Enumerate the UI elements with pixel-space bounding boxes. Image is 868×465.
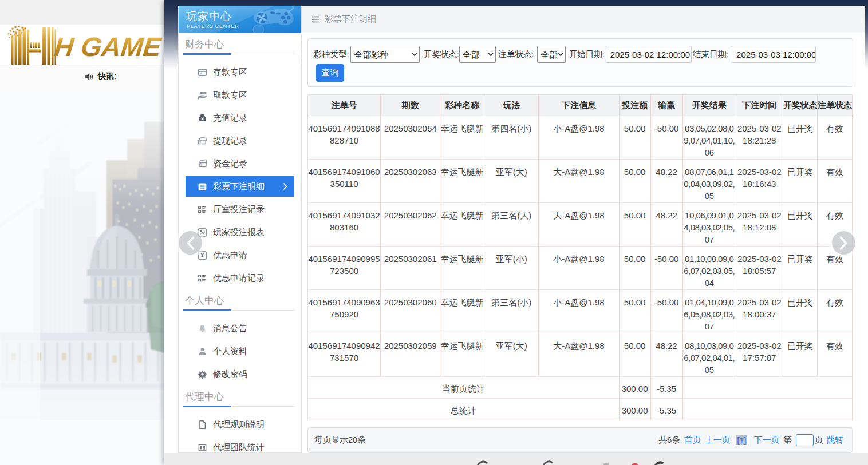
lottery-type-label: 彩种类型: <box>313 49 349 60</box>
page-size-text: 每页显示20条 <box>314 435 366 446</box>
bet-cell: 第四名(小) <box>484 116 539 160</box>
sidebar-item[interactable]: 取款专区 <box>186 84 294 106</box>
bet-cell: 幸运飞艇新 <box>440 160 484 203</box>
footer-logos-partial <box>164 453 868 465</box>
svg-text:H GAME: H GAME <box>53 31 163 62</box>
bet-cell: 第三名(大) <box>484 203 539 247</box>
column-header: 期数 <box>381 95 440 116</box>
bet-cell: 401569174090963 750920 <box>308 290 381 333</box>
sidebar-item[interactable]: 提现记录 <box>186 129 294 152</box>
sidebar-item[interactable]: 厅室投注记录 <box>186 198 294 221</box>
background-photo <box>0 89 164 465</box>
sidebar-item[interactable]: ¥充值记录 <box>186 106 294 129</box>
sidebar-item[interactable]: ¥资金记录 <box>186 152 294 175</box>
bet-cell: 第三名(小) <box>484 290 539 333</box>
bet-cell: 2025-03-02 18:21:28 <box>736 116 783 160</box>
bet-cell: 10,06,09,01,0 4,08,03,02,05, 07 <box>682 203 736 247</box>
carousel-next-button[interactable] <box>832 231 855 255</box>
start-date-input[interactable] <box>605 46 692 63</box>
column-header: 开奖结果 <box>682 95 736 116</box>
column-header: 注单号 <box>308 95 381 116</box>
bet-cell: 大-A盘@1.98 <box>539 160 619 203</box>
page-jump-input[interactable] <box>796 434 814 446</box>
bet-cell: 亚军(大) <box>484 333 539 377</box>
bet-cell: 幸运飞艇新 <box>440 247 484 290</box>
first-page-link[interactable]: 首页 <box>684 435 701 446</box>
news-label: 快讯: <box>98 71 117 82</box>
end-date-input[interactable] <box>731 46 816 63</box>
bet-row: 401569174091088 82871020250302064幸运飞艇新第四… <box>308 116 853 160</box>
bet-cell: 20250302059 <box>381 333 440 377</box>
sidebar-item[interactable]: 优惠申请记录 <box>186 267 294 289</box>
sidebar-item[interactable]: 代理团队统计 <box>186 436 294 453</box>
bet-row: 401569174091032 80316020250302062幸运飞艇新第三… <box>308 203 853 247</box>
bet-cell: 50.00 <box>619 116 650 160</box>
bet-cell: 已开奖 <box>783 333 817 377</box>
summary-winloss-total: -5.35 <box>650 377 682 399</box>
bet-status-select[interactable]: 全部 <box>537 46 566 63</box>
bet-cell: 401569174091060 350110 <box>308 160 381 203</box>
bet-row: 401569174091060 35011020250302063幸运飞艇新亚军… <box>308 160 853 203</box>
speaker-icon <box>85 73 94 81</box>
bet-cell: 2025-03-02 18:05:57 <box>736 247 783 290</box>
page-title: 彩票下注明细 <box>325 14 376 25</box>
query-button[interactable]: 查询 <box>316 64 344 82</box>
gear-icon <box>198 369 207 379</box>
content-wrapper: 玩家中心 PLAYERS CENTER 财务中心存款专区取款专区¥充值记录提现记… <box>164 0 868 465</box>
bet-cell: 2025-03-02 18:12:08 <box>736 203 783 247</box>
funds-icon: ¥ <box>198 159 207 169</box>
draw-status-select[interactable]: 全部 <box>459 46 496 63</box>
draw-status-label: 开奖状态: <box>423 49 459 60</box>
summary-row: 当前页统计300.00-5.35 <box>308 377 853 399</box>
sidebar-item[interactable]: 个人资料 <box>186 340 294 363</box>
sidebar-header: 玩家中心 PLAYERS CENTER <box>179 6 301 33</box>
chevron-right-icon <box>283 183 287 190</box>
deposit-card-icon <box>198 67 207 77</box>
bet-cell: 50.00 <box>619 203 650 247</box>
footer-band <box>164 453 868 465</box>
pagination-bar: 每页显示20条 共6条 首页 上一页 [1] 下一页 第 页 跳转 <box>307 427 853 453</box>
menu-toggle-icon[interactable] <box>312 16 319 23</box>
sidebar-item[interactable]: 存款专区 <box>186 61 294 84</box>
main-content: 彩票下注明细 彩种类型: 全部彩种 开奖状态: 全部 注单状态: 全部 <box>302 6 865 453</box>
column-header: 下注信息 <box>539 95 619 116</box>
sidebar-item[interactable]: 消息公告 <box>186 317 294 340</box>
sidebar-item[interactable]: 代理规则说明 <box>186 413 294 436</box>
bet-cell: 已开奖 <box>783 203 817 247</box>
bet-cell: 20250302061 <box>381 247 440 290</box>
bet-cell: 03,05,02,08,0 9,07,04,01,10, 06 <box>682 116 736 160</box>
bet-cell: 401569174091088 828710 <box>308 116 381 160</box>
bet-row: 401569174090942 73157020250302059幸运飞艇新亚军… <box>308 333 853 377</box>
total-count-text: 共6条 <box>658 435 680 446</box>
prev-page-link[interactable]: 上一页 <box>705 435 730 446</box>
bet-cell: 2025-03-02 17:57:07 <box>736 333 783 377</box>
bet-cell: 小-A盘@1.98 <box>539 116 619 160</box>
bet-cell: 亚军(大) <box>484 160 539 203</box>
bet-cell: 20250302060 <box>381 290 440 333</box>
ledger-icon <box>198 182 207 192</box>
summary-bet-total: 300.00 <box>619 399 650 420</box>
bet-cell: 50.00 <box>619 333 650 377</box>
section-underline <box>183 309 231 311</box>
bets-table-wrap: 注单号期数彩种名称玩法下注信息投注额输赢开奖结果下注时间开奖状态注单状态 401… <box>307 94 853 420</box>
bet-cell: 50.00 <box>619 290 650 333</box>
bet-cell: -50.00 <box>650 116 682 160</box>
column-header: 开奖状态 <box>783 95 817 116</box>
moneybag-icon: ¥ <box>198 113 207 123</box>
next-page-link[interactable]: 下一页 <box>754 435 779 446</box>
carousel-prev-button[interactable] <box>179 231 202 255</box>
section-underline <box>183 406 231 407</box>
bet-cell: 20250302064 <box>381 116 440 160</box>
summary-bet-total: 300.00 <box>619 377 650 399</box>
sidebar-item[interactable]: 优惠申请 <box>186 244 294 267</box>
bet-cell: 大-A盘@1.98 <box>539 203 619 247</box>
bet-cell: 小-A盘@1.98 <box>539 247 619 290</box>
start-date-label: 开始日期: <box>569 49 604 60</box>
sidebar-item[interactable]: 修改密码 <box>186 363 294 385</box>
column-header: 输赢 <box>650 95 682 116</box>
bet-cell: -50.00 <box>650 290 682 333</box>
jump-link[interactable]: 跳转 <box>827 435 843 446</box>
table-header-row: 注单号期数彩种名称玩法下注信息投注额输赢开奖结果下注时间开奖状态注单状态 <box>308 95 853 116</box>
lottery-type-select[interactable]: 全部彩种 <box>350 46 420 63</box>
sidebar-item[interactable]: 彩票下注明细 <box>186 176 294 197</box>
